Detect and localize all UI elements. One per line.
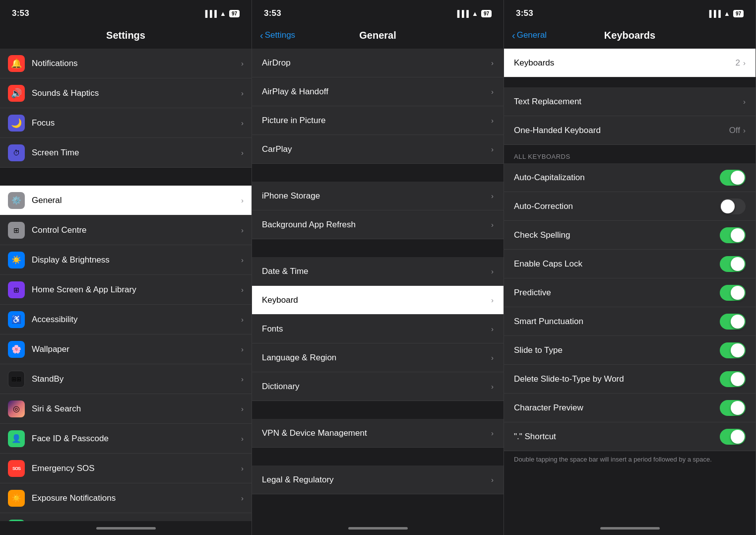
general-row-carplay[interactable]: CarPlay › [252,135,504,164]
checkspelling-label: Check Spelling [514,230,720,240]
keyboards-row-onehanded[interactable]: One-Handed Keyboard Off › [504,116,756,145]
general-row-keyboard[interactable]: Keyboard › [252,286,504,315]
toggle-row-autocapitalization[interactable]: Auto-Capitalization [504,163,756,192]
general-group-2: iPhone Storage › Background App Refresh … [252,182,504,239]
keyboards-row-keyboards[interactable]: Keyboards 2 › [504,49,756,77]
settings-row-sirisearch[interactable]: ◎ Siri & Search › [0,394,252,424]
wifi-icon-2: ▲ [472,10,478,17]
keyboards-item-label: Keyboards [514,58,736,68]
general-row-language[interactable]: Language & Region › [252,343,504,372]
signal-icon-3: ▐▐▐ [707,10,721,17]
charpreview-toggle[interactable] [720,400,746,416]
battery-3: 97 [733,10,744,17]
enablecapslock-knob [731,257,745,271]
settings-row-focus[interactable]: 🌙 Focus › [0,108,252,138]
group-gap-2d [252,448,504,466]
vpn-label: VPN & Device Management [262,428,491,438]
back-to-general[interactable]: ‹ General [512,30,547,40]
smartpunct-toggle[interactable] [720,314,746,330]
toggle-row-checkspelling[interactable]: Check Spelling [504,221,756,250]
signal-icon-1: ▐▐▐ [203,10,217,17]
settings-row-faceid[interactable]: 👤 Face ID & Passcode › [0,424,252,454]
settings-row-general[interactable]: ⚙️ General › [0,186,252,215]
autocorrect-knob [721,200,735,213]
general-row-fonts[interactable]: Fonts › [252,315,504,343]
settings-row-standby[interactable]: ⊞⊞ StandBy › [0,364,252,394]
bgrefresh-label: Background App Refresh [262,220,491,230]
deleteslide-toggle[interactable] [720,371,746,387]
notifications-label: Notifications [32,59,241,68]
status-bar-3: 3:53 ▐▐▐ ▲ 97 [504,0,756,24]
homescreen-label: Home Screen & App Library [32,285,241,295]
periodshortcut-toggle[interactable] [720,429,746,445]
battery-1: 97 [229,10,240,17]
slidetotype-toggle[interactable] [720,342,746,358]
group-gap-2c [252,401,504,419]
settings-row-accessibility[interactable]: ♿ Accessibility › [0,305,252,334]
nav-bar-3: ‹ General Keyboards [504,24,756,49]
general-row-vpn[interactable]: VPN & Device Management › [252,419,504,448]
toggle-row-slidetotype[interactable]: Slide to Type [504,336,756,365]
predictive-toggle[interactable] [720,285,746,301]
settings-row-wallpaper[interactable]: 🌸 Wallpaper › [0,334,252,364]
keyboard-label: Keyboard [262,295,491,305]
toggle-row-predictive[interactable]: Predictive [504,278,756,307]
settings-title: Settings [106,30,145,41]
enablecapslock-toggle[interactable] [720,256,746,272]
toggle-row-charpreview[interactable]: Character Preview [504,394,756,422]
wifi-icon-3: ▲ [724,10,730,17]
sounds-chevron: › [241,89,244,97]
periodshortcut-label: "." Shortcut [514,432,720,442]
autocorrect-label: Auto-Correction [514,201,720,211]
display-label: Display & Brightness [32,255,241,265]
checkspelling-toggle[interactable] [720,227,746,243]
airdrop-chevron: › [491,59,494,67]
general-title: General [359,30,396,41]
settings-row-controlcentre[interactable]: ⊞ Control Centre › [0,215,252,245]
onehanded-value: Off [729,126,740,135]
nav-bar-1: Settings [0,24,252,49]
general-row-airdrop[interactable]: AirDrop › [252,49,504,77]
settings-row-homescreen[interactable]: ⊞ Home Screen & App Library › [0,275,252,305]
time-2: 3:53 [264,8,281,18]
all-keyboards-header: ALL KEYBOARDS [504,145,756,163]
carplay-chevron: › [491,145,494,153]
homescreen-icon: ⊞ [8,281,25,298]
toggle-row-autocorrection[interactable]: Auto-Correction [504,192,756,221]
settings-row-notifications[interactable]: 🔔 Notifications › [0,49,252,78]
general-row-storage[interactable]: iPhone Storage › [252,182,504,210]
general-row-bgrefresh[interactable]: Background App Refresh › [252,210,504,239]
general-row-pip[interactable]: Picture in Picture › [252,106,504,135]
wifi-icon-1: ▲ [220,10,226,17]
notifications-chevron: › [241,59,244,67]
keyboards-list: Keyboards 2 › Text Replacement › One-Han… [504,49,756,521]
settings-row-emergencysos[interactable]: SOS Emergency SOS › [0,454,252,483]
general-label: General [32,196,241,205]
general-row-legal[interactable]: Legal & Regulatory › [252,466,504,494]
autocorrect-toggle[interactable] [720,199,746,214]
settings-row-screentime[interactable]: ⏱ Screen Time › [0,138,252,168]
toggle-row-periodshortcut[interactable]: "." Shortcut [504,422,756,451]
settings-row-sounds[interactable]: 🔊 Sounds & Haptics › [0,78,252,108]
general-row-dictionary[interactable]: Dictionary › [252,372,504,401]
keyboards-row-textreplacement[interactable]: Text Replacement › [504,87,756,116]
textreplacement-label: Text Replacement [514,97,743,107]
back-to-settings[interactable]: ‹ Settings [260,30,295,40]
toggle-row-smartpunctuation[interactable]: Smart Punctuation [504,307,756,336]
settings-row-display[interactable]: ☀️ Display & Brightness › [0,245,252,275]
back-chevron-3: ‹ [512,30,515,40]
emergencysos-label: Emergency SOS [32,464,241,473]
general-row-datetime[interactable]: Date & Time › [252,257,504,286]
faceid-icon: 👤 [8,430,25,447]
settings-row-exposure[interactable]: ☀️ Exposure Notifications › [0,483,252,513]
toggle-row-enablecapslock[interactable]: Enable Caps Lock [504,250,756,278]
deleteslide-label: Delete Slide-to-Type by Word [514,374,720,384]
settings-row-battery[interactable]: 🔋 Battery › [0,513,252,521]
smartpunct-knob [731,315,745,329]
keyboards-top-group: Keyboards 2 › [504,49,756,77]
standby-chevron: › [241,375,244,383]
general-row-airplay[interactable]: AirPlay & Handoff › [252,77,504,106]
toggle-row-deleteslide[interactable]: Delete Slide-to-Type by Word [504,365,756,394]
sirisearch-label: Siri & Search [32,404,241,414]
autocap-toggle[interactable] [720,170,746,186]
